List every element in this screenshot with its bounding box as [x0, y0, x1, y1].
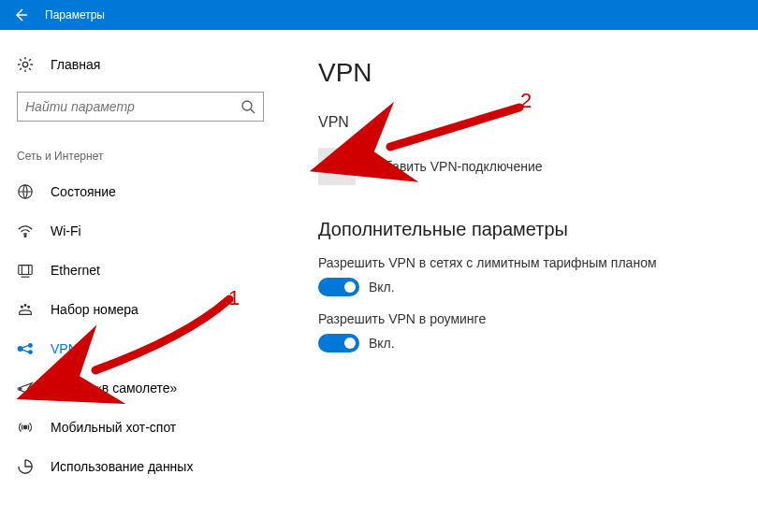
ethernet-icon: [17, 262, 34, 279]
toggle-state: Вкл.: [369, 280, 395, 295]
sidebar-item-status[interactable]: Состояние: [0, 172, 281, 211]
sidebar-item-ethernet[interactable]: Ethernet: [0, 251, 281, 290]
add-vpn-button[interactable]: Добавить VPN-подключение: [318, 148, 730, 185]
search-input[interactable]: [25, 99, 241, 114]
svg-point-7: [24, 305, 26, 307]
arrow-left-icon: [13, 7, 28, 22]
home-label: Главная: [51, 57, 100, 72]
sidebar: Главная Сеть и Интернет Состояние Wi-Fi: [0, 30, 281, 532]
setting-label: Разрешить VPN в роуминге: [318, 311, 730, 326]
sidebar-item-label: Ethernet: [51, 263, 100, 278]
sidebar-item-hotspot[interactable]: Мобильный хот-спот: [0, 408, 281, 447]
svg-point-12: [23, 425, 27, 429]
svg-point-1: [242, 101, 252, 110]
add-vpn-label: Добавить VPN-подключение: [369, 159, 543, 174]
svg-rect-5: [22, 266, 28, 275]
svg-point-11: [29, 351, 33, 354]
gear-icon: [17, 56, 34, 73]
svg-point-3: [24, 236, 26, 237]
svg-point-8: [28, 306, 30, 308]
sidebar-item-data-usage[interactable]: Использование данных: [0, 447, 281, 486]
sidebar-item-vpn[interactable]: VPN: [0, 329, 281, 368]
setting-label: Разрешить VPN в сетях с лимитным тарифны…: [318, 255, 730, 270]
sidebar-item-airplane[interactable]: Режим «в самолете»: [0, 368, 281, 408]
setting-roaming: Разрешить VPN в роуминге Вкл.: [318, 311, 730, 352]
vpn-icon: [17, 340, 34, 357]
dialup-icon: [17, 301, 34, 318]
svg-point-6: [22, 306, 23, 308]
svg-rect-4: [19, 266, 32, 275]
wifi-icon: [17, 223, 34, 239]
plus-icon: [318, 148, 356, 185]
home-link[interactable]: Главная: [0, 47, 281, 82]
advanced-section-title: Дополнительные параметры: [318, 219, 730, 240]
search-box[interactable]: [17, 92, 264, 122]
sidebar-item-label: Режим «в самолете»: [51, 381, 177, 395]
svg-point-9: [18, 347, 22, 352]
page-title: VPN: [318, 58, 730, 88]
globe-icon: [17, 183, 34, 200]
sidebar-item-label: Состояние: [51, 184, 116, 199]
data-usage-icon: [17, 458, 34, 475]
hotspot-icon: [17, 419, 34, 436]
airplane-icon: [17, 380, 34, 396]
sidebar-item-label: Набор номера: [51, 302, 138, 317]
back-button[interactable]: [0, 0, 41, 30]
toggle-metered[interactable]: [318, 278, 359, 296]
window-title: Параметры: [45, 8, 105, 22]
vpn-section-header: VPN: [318, 114, 730, 131]
main-panel: VPN VPN Добавить VPN-подключение Дополни…: [281, 30, 758, 532]
toggle-roaming[interactable]: [318, 334, 359, 352]
sidebar-item-wifi[interactable]: Wi-Fi: [0, 211, 281, 251]
titlebar: Параметры: [0, 0, 758, 30]
sidebar-item-label: Мобильный хот-спот: [51, 420, 176, 435]
sidebar-item-label: VPN: [51, 341, 78, 356]
search-icon: [241, 99, 255, 114]
setting-metered: Разрешить VPN в сетях с лимитным тарифны…: [318, 255, 730, 296]
toggle-state: Вкл.: [369, 336, 395, 351]
annotation-number-2: 2: [520, 89, 532, 113]
sidebar-group-label: Сеть и Интернет: [0, 122, 281, 172]
sidebar-item-label: Wi-Fi: [51, 223, 81, 238]
sidebar-item-label: Использование данных: [51, 459, 193, 474]
annotation-number-1: 1: [228, 286, 240, 310]
svg-point-0: [22, 62, 27, 66]
svg-point-10: [29, 344, 33, 348]
